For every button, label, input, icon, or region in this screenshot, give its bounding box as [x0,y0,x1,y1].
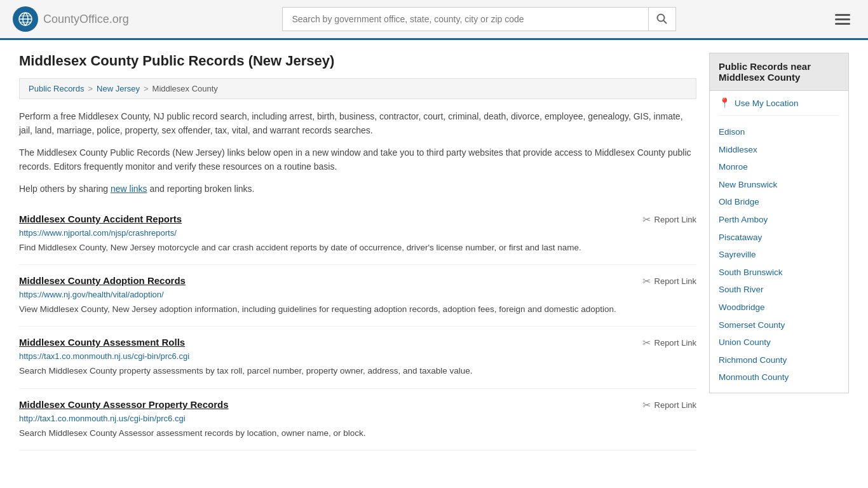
report-link-btn[interactable]: ✂ Report Link [642,399,696,411]
report-link-icon: ✂ [642,275,651,287]
svg-line-5 [663,20,667,24]
record-url[interactable]: http://tax1.co.monmouth.nj.us/cgi-bin/pr… [19,414,696,423]
sidebar-item[interactable]: New Brunswick [719,176,839,194]
sidebar-item[interactable]: South River [719,281,839,299]
content-area: Middlesex County Public Records (New Jer… [19,53,696,451]
report-link-label: Report Link [654,276,696,286]
sidebar-item[interactable]: Middlesex [719,141,839,159]
report-link-icon: ✂ [642,399,651,411]
report-link-icon: ✂ [642,214,651,226]
description-3: Help others by sharing new links and rep… [19,182,696,196]
report-link-label: Report Link [654,400,696,410]
record-title[interactable]: Middlesex County Assessor Property Recor… [19,399,229,410]
breadcrumb-current: Middlesex County [153,84,218,93]
description-2: The Middlesex County Public Records (New… [19,146,696,174]
new-links-link[interactable]: new links [111,184,147,194]
record-url[interactable]: https://tax1.co.monmouth.nj.us/cgi-bin/p… [19,351,696,361]
sidebar-item[interactable]: Piscataway [719,229,839,247]
sidebar-content: 📍 Use My Location EdisonMiddlesexMonroeN… [709,91,849,393]
breadcrumb-public-records[interactable]: Public Records [29,84,84,93]
record-header: Middlesex County Assessor Property Recor… [19,399,696,411]
record-item: Middlesex County Assessment Rolls ✂ Repo… [19,327,696,388]
search-area [282,7,676,31]
sidebar-item[interactable]: Woodbridge [719,299,839,316]
logo-text: CountyOffice.org [43,13,129,26]
description-1: Perform a free Middlesex County, NJ publ… [19,109,696,138]
sidebar-links-container: EdisonMiddlesexMonroeNew BrunswickOld Br… [719,123,839,386]
breadcrumb-sep-1: > [88,84,93,93]
record-header: Middlesex County Accident Reports ✂ Repo… [19,214,696,226]
location-icon: 📍 [719,97,731,109]
sidebar-item[interactable]: South Brunswick [719,264,839,281]
sidebar-item[interactable]: Somerset County [719,316,839,334]
sidebar-header: Public Records near Middlesex County [709,53,849,91]
record-title[interactable]: Middlesex County Assessment Rolls [19,337,185,348]
sidebar-item[interactable]: Old Bridge [719,193,839,211]
report-link-btn[interactable]: ✂ Report Link [642,214,696,226]
sidebar-item[interactable]: Monroe [719,158,839,176]
report-link-btn[interactable]: ✂ Report Link [642,337,696,349]
search-button[interactable] [648,7,676,31]
sidebar-item[interactable]: Sayreville [719,246,839,264]
record-header: Middlesex County Adoption Records ✂ Repo… [19,275,696,287]
report-link-btn[interactable]: ✂ Report Link [642,275,696,287]
report-link-label: Report Link [654,338,696,348]
hamburger-icon [835,14,850,25]
record-title[interactable]: Middlesex County Accident Reports [19,214,182,224]
report-link-icon: ✂ [642,337,651,349]
record-url[interactable]: https://www.njportal.com/njsp/crashrepor… [19,228,696,238]
sidebar-item[interactable]: Edison [719,123,839,141]
sidebar-location: 📍 Use My Location [719,97,839,116]
sidebar: Public Records near Middlesex County 📍 U… [709,53,849,451]
logo-area: CountyOffice.org [13,6,129,32]
sidebar-item[interactable]: Union County [719,334,839,351]
record-header: Middlesex County Assessment Rolls ✂ Repo… [19,337,696,349]
use-my-location-link[interactable]: Use My Location [735,98,799,108]
record-url[interactable]: https://www.nj.gov/health/vital/adoption… [19,290,696,299]
record-item: Middlesex County Assessor Property Recor… [19,389,696,451]
sidebar-item[interactable]: Monmouth County [719,369,839,386]
record-title[interactable]: Middlesex County Adoption Records [19,275,186,286]
report-link-label: Report Link [654,215,696,224]
logo-icon [13,6,38,32]
breadcrumb-new-jersey[interactable]: New Jersey [97,84,140,93]
svg-point-4 [658,15,665,22]
record-item: Middlesex County Accident Reports ✂ Repo… [19,203,696,265]
record-description: Search Middlesex County Assessor assessm… [19,427,696,440]
menu-button[interactable] [830,11,855,27]
sidebar-item[interactable]: Richmond County [719,351,839,369]
record-description: Find Middlesex County, New Jersey motorc… [19,241,696,254]
record-description: View Middlesex County, New Jersey adopti… [19,303,696,316]
sidebar-item[interactable]: Perth Amboy [719,211,839,229]
main-container: Middlesex County Public Records (New Jer… [0,40,868,463]
page-title: Middlesex County Public Records (New Jer… [19,53,696,69]
search-input[interactable] [282,7,648,31]
breadcrumb: Public Records > New Jersey > Middlesex … [19,78,696,99]
record-item: Middlesex County Adoption Records ✂ Repo… [19,265,696,327]
header: CountyOffice.org [0,0,868,40]
breadcrumb-sep-2: > [144,84,149,93]
record-description: Search Middlesex County property assessm… [19,365,696,377]
records-container: Middlesex County Accident Reports ✂ Repo… [19,203,696,451]
